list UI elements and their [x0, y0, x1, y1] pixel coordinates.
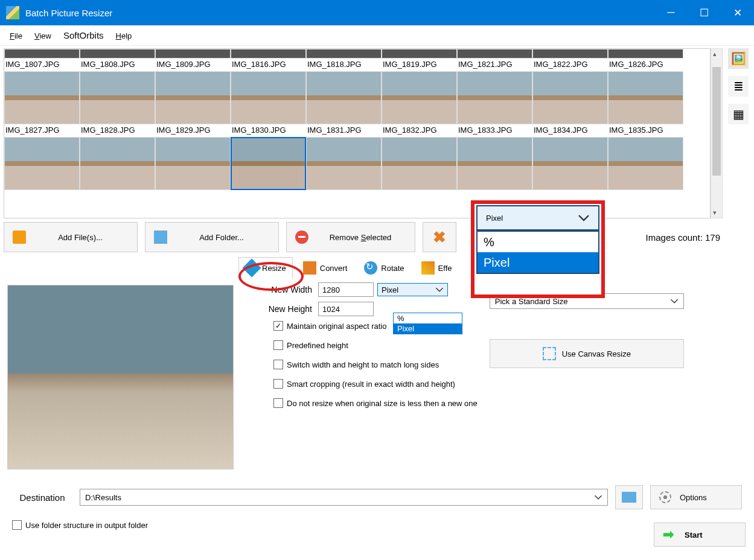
start-button[interactable]: ➡ Start — [654, 523, 746, 547]
thumbnail-label: IMG_1809.JPG — [155, 59, 231, 70]
action-button-row: Add File(s)... Add Folder... Remove Sele… — [4, 222, 750, 252]
thumbnail[interactable]: IMG_1832.JPG — [382, 71, 457, 136]
use-folder-structure-checkbox[interactable] — [12, 520, 22, 530]
menu-help[interactable]: Help — [111, 28, 137, 43]
highlight-option-percent[interactable]: % — [478, 232, 598, 252]
menu-view[interactable]: View — [30, 28, 56, 43]
thumbnail[interactable]: IMG_1827.JPG — [4, 71, 80, 136]
thumbnail[interactable] — [457, 137, 532, 190]
thumbnail-label: IMG_1830.JPG — [231, 124, 306, 136]
new-height-label: New Height — [258, 304, 318, 314]
thumbnail[interactable]: IMG_1828.JPG — [80, 71, 155, 136]
thumbnail[interactable] — [231, 137, 306, 190]
width-unit-dropdown[interactable]: % Pixel — [393, 313, 462, 334]
thumbnail-label: IMG_1832.JPG — [382, 124, 457, 136]
thumbnail[interactable]: IMG_1821.JPG — [457, 49, 532, 70]
thumbnail-label: IMG_1827.JPG — [4, 124, 80, 136]
thumbnail[interactable] — [382, 137, 457, 190]
tab-convert[interactable]: Convert — [296, 257, 354, 279]
switch-wh-checkbox[interactable] — [273, 360, 283, 369]
browse-folder-button[interactable] — [615, 485, 643, 509]
x-icon: ✖ — [433, 228, 446, 247]
start-icon: ➡ — [663, 527, 674, 542]
view-details-icon[interactable]: ▦ — [728, 104, 749, 124]
maintain-ratio-label: Maintain original aspect ratio — [287, 322, 386, 331]
thumbnail[interactable] — [608, 137, 683, 190]
width-unit-select[interactable]: Pixel — [377, 283, 448, 296]
unit-option-pixel[interactable]: Pixel — [394, 323, 462, 334]
thumbnail-label: IMG_1831.JPG — [306, 124, 382, 136]
thumbnail[interactable]: IMG_1826.JPG — [608, 49, 683, 70]
thumbnail[interactable] — [532, 137, 608, 190]
thumbnail-gallery: IMG_1807.JPGIMG_1808.JPGIMG_1809.JPGIMG_… — [4, 48, 711, 218]
chevron-down-icon — [435, 285, 444, 294]
thumbnail-label: IMG_1829.JPG — [155, 124, 231, 136]
destination-row: Destination D:\Results Options — [12, 485, 742, 509]
tab-resize[interactable]: Resize — [238, 257, 293, 279]
unit-option-percent[interactable]: % — [394, 313, 462, 323]
thumbnail[interactable] — [80, 137, 155, 190]
thumbnail-label: IMG_1835.JPG — [608, 124, 683, 136]
remove-all-button[interactable]: ✖ — [423, 222, 456, 252]
thumbnail[interactable] — [306, 137, 382, 190]
thumbnail[interactable]: IMG_1833.JPG — [457, 71, 532, 136]
thumbnail[interactable]: IMG_1834.JPG — [532, 71, 608, 136]
highlight-unit-dropdown[interactable]: % Pixel — [476, 231, 599, 274]
thumbnail-label: IMG_1808.JPG — [80, 59, 155, 70]
titlebar-title: Batch Picture Resizer — [25, 8, 654, 18]
thumbnail[interactable]: IMG_1818.JPG — [306, 49, 382, 70]
canvas-resize-button[interactable]: Use Canvas Resize — [490, 339, 684, 368]
view-toolbar: 🖼️ ≣ ▦ — [726, 48, 750, 218]
no-resize-smaller-checkbox[interactable] — [273, 398, 283, 408]
thumbnail[interactable] — [4, 137, 80, 190]
menu-softorbits[interactable]: SoftOrbits — [59, 28, 109, 43]
thumbnail[interactable]: IMG_1807.JPG — [4, 49, 80, 70]
preview-image — [7, 285, 234, 469]
thumbnail-label: IMG_1822.JPG — [532, 59, 608, 70]
remove-selected-button[interactable]: Remove Selected — [286, 222, 415, 252]
options-button[interactable]: Options — [650, 485, 742, 509]
thumbnail[interactable]: IMG_1816.JPG — [231, 49, 306, 70]
add-files-button[interactable]: Add File(s)... — [4, 222, 138, 252]
destination-label: Destination — [12, 492, 72, 503]
thumbnail[interactable]: IMG_1835.JPG — [608, 71, 683, 136]
new-width-input[interactable] — [318, 282, 374, 297]
thumbnail[interactable] — [155, 137, 231, 190]
menubar: File View SoftOrbits Help — [0, 25, 754, 46]
thumbnail-label: IMG_1821.JPG — [457, 59, 532, 70]
menu-file[interactable]: File — [5, 28, 27, 43]
thumbnail[interactable]: IMG_1809.JPG — [155, 49, 231, 70]
new-height-input[interactable] — [318, 302, 374, 316]
thumbnail[interactable]: IMG_1819.JPG — [382, 49, 457, 70]
maximize-button[interactable]: ☐ — [688, 0, 721, 25]
canvas-icon — [543, 347, 556, 360]
remove-icon — [295, 231, 308, 244]
thumbnail[interactable]: IMG_1808.JPG — [80, 49, 155, 70]
tab-effects[interactable]: Effe — [415, 257, 459, 279]
minimize-button[interactable]: ─ — [654, 0, 688, 25]
highlight-unit-select[interactable]: Pixel — [476, 205, 599, 231]
view-thumbnails-icon[interactable]: 🖼️ — [728, 48, 749, 69]
add-files-icon — [13, 231, 26, 244]
gallery-scrollbar[interactable] — [711, 48, 723, 218]
chevron-down-icon — [594, 493, 602, 501]
add-folder-button[interactable]: Add Folder... — [145, 222, 279, 252]
thumbnail[interactable]: IMG_1829.JPG — [155, 71, 231, 136]
thumbnail[interactable]: IMG_1822.JPG — [532, 49, 608, 70]
thumbnail[interactable]: IMG_1831.JPG — [306, 71, 382, 136]
highlight-box: Pixel % Pixel — [471, 200, 605, 298]
predefined-height-checkbox[interactable] — [273, 340, 283, 350]
tab-rotate[interactable]: Rotate — [357, 257, 411, 279]
destination-combobox[interactable]: D:\Results — [80, 489, 608, 506]
use-folder-structure-label: Use folder structure in output folder — [25, 521, 148, 530]
no-resize-smaller-label: Do not resize when original size is less… — [287, 399, 478, 408]
maintain-ratio-checkbox[interactable]: ✓ — [273, 321, 283, 331]
thumbnail[interactable]: IMG_1830.JPG — [231, 71, 306, 136]
smart-cropping-checkbox[interactable] — [273, 379, 283, 389]
close-button[interactable]: ✕ — [721, 0, 754, 25]
view-list-icon[interactable]: ≣ — [728, 76, 749, 97]
highlight-option-pixel[interactable]: Pixel — [478, 252, 598, 273]
predefined-height-label: Predefined height — [287, 341, 348, 350]
thumbnail-label: IMG_1807.JPG — [4, 59, 80, 70]
convert-icon — [303, 261, 316, 275]
